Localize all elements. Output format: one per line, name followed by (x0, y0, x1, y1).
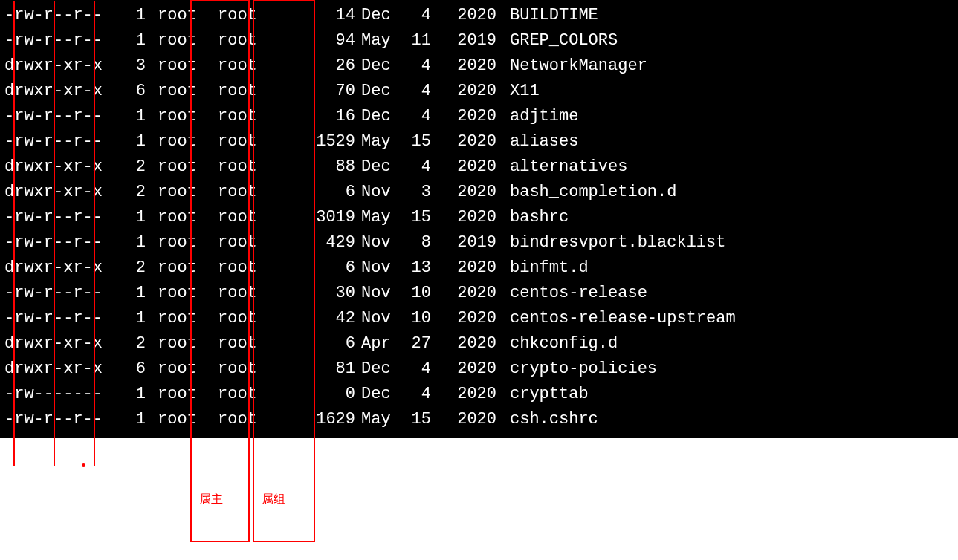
file-link-count: 1 (116, 407, 153, 432)
file-month: Dec (361, 356, 398, 382)
file-group: root (213, 281, 274, 306)
file-day: 4 (398, 356, 437, 382)
file-name: crypttab (504, 382, 589, 407)
file-size: 429 (274, 230, 361, 255)
file-size: 0 (274, 382, 361, 407)
file-owner: root (153, 230, 213, 255)
file-year: 2020 (437, 255, 504, 281)
file-row: -rw-------1rootroot0Dec42020crypttab (4, 382, 954, 407)
file-day: 15 (398, 205, 437, 230)
file-day: 15 (398, 407, 437, 432)
file-day: 4 (398, 104, 437, 129)
file-year: 2020 (437, 382, 504, 407)
file-name: centos-release (504, 281, 647, 306)
file-group: root (213, 230, 274, 255)
file-permissions: -rw-r--r-- (4, 306, 116, 331)
file-day: 4 (398, 154, 437, 180)
file-owner: root (153, 205, 213, 230)
file-name: csh.cshrc (504, 407, 598, 432)
file-permissions: -rw-r--r-- (4, 205, 116, 230)
file-row: -rw-r--r--1rootroot1629May152020csh.cshr… (4, 407, 954, 432)
terminal-output[interactable]: -rw-r--r--1rootroot14Dec42020BUILDTIME-r… (0, 0, 958, 438)
file-month: Nov (361, 255, 398, 281)
file-name: GREP_COLORS (504, 28, 618, 53)
file-group: root (213, 205, 274, 230)
file-day: 4 (398, 3, 437, 28)
file-link-count: 3 (116, 53, 153, 79)
file-year: 2020 (437, 281, 504, 306)
file-name: alternatives (504, 154, 627, 180)
file-group: root (213, 331, 274, 356)
file-month: Dec (361, 3, 398, 28)
file-size: 1629 (274, 407, 361, 432)
file-row: -rw-r--r--1rootroot42Nov102020centos-rel… (4, 306, 954, 331)
annotation-label-owner: 属主 (199, 492, 223, 507)
file-size: 1529 (274, 129, 361, 154)
file-owner: root (153, 331, 213, 356)
annotation-label-group: 属组 (262, 492, 285, 507)
file-group: root (213, 382, 274, 407)
file-year: 2020 (437, 53, 504, 79)
file-size: 88 (274, 154, 361, 180)
file-month: Dec (361, 79, 398, 104)
file-row: -rw-r--r--1rootroot3019May152020bashrc (4, 205, 954, 230)
file-link-count: 1 (116, 205, 153, 230)
file-name: NetworkManager (504, 53, 647, 79)
file-year: 2020 (437, 356, 504, 382)
file-year: 2020 (437, 407, 504, 432)
file-row: drwxr-xr-x2rootroot88Dec42020alternative… (4, 154, 954, 180)
file-name: crypto-policies (504, 356, 657, 382)
file-row: -rw-r--r--1rootroot94May112019GREP_COLOR… (4, 28, 954, 53)
file-group: root (213, 104, 274, 129)
file-row: drwxr-xr-x2rootroot6Nov132020binfmt.d (4, 255, 954, 281)
file-day: 4 (398, 79, 437, 104)
file-group: root (213, 129, 274, 154)
file-year: 2020 (437, 205, 504, 230)
file-owner: root (153, 154, 213, 180)
file-month: Dec (361, 154, 398, 180)
file-month: May (361, 407, 398, 432)
file-link-count: 1 (116, 3, 153, 28)
file-month: Nov (361, 230, 398, 255)
file-group: root (213, 407, 274, 432)
file-month: May (361, 205, 398, 230)
file-row: drwxr-xr-x6rootroot81Dec42020crypto-poli… (4, 356, 954, 382)
file-day: 8 (398, 230, 437, 255)
file-month: Nov (361, 180, 398, 205)
file-name: adjtime (504, 104, 578, 129)
file-row: drwxr-xr-x2rootroot6Nov32020bash_complet… (4, 180, 954, 205)
file-size: 3019 (274, 205, 361, 230)
file-link-count: 1 (116, 104, 153, 129)
file-group: root (213, 255, 274, 281)
file-owner: root (153, 129, 213, 154)
file-link-count: 1 (116, 382, 153, 407)
file-permissions: -rw-r--r-- (4, 129, 116, 154)
file-day: 13 (398, 255, 437, 281)
file-year: 2019 (437, 28, 504, 53)
file-owner: root (153, 180, 213, 205)
file-row: -rw-r--r--1rootroot429Nov82019bindresvpo… (4, 230, 954, 255)
file-group: root (213, 306, 274, 331)
file-name: bash_completion.d (504, 180, 676, 205)
file-permissions: drwxr-xr-x (4, 79, 116, 104)
file-link-count: 1 (116, 129, 153, 154)
file-day: 4 (398, 53, 437, 79)
file-size: 81 (274, 356, 361, 382)
file-row: -rw-r--r--1rootroot16Dec42020adjtime (4, 104, 954, 129)
file-size: 30 (274, 281, 361, 306)
file-owner: root (153, 104, 213, 129)
file-size: 42 (274, 306, 361, 331)
file-day: 27 (398, 331, 437, 356)
file-link-count: 2 (116, 180, 153, 205)
file-permissions: drwxr-xr-x (4, 180, 116, 205)
file-permissions: drwxr-xr-x (4, 154, 116, 180)
file-group: root (213, 356, 274, 382)
file-name: aliases (504, 129, 578, 154)
file-permissions: -rw-r--r-- (4, 281, 116, 306)
file-permissions: -rw-r--r-- (4, 230, 116, 255)
file-row: drwxr-xr-x2rootroot6Apr272020chkconfig.d (4, 331, 954, 356)
annotation-dot (82, 463, 85, 467)
file-year: 2019 (437, 230, 504, 255)
file-permissions: -rw-r--r-- (4, 28, 116, 53)
file-day: 11 (398, 28, 437, 53)
